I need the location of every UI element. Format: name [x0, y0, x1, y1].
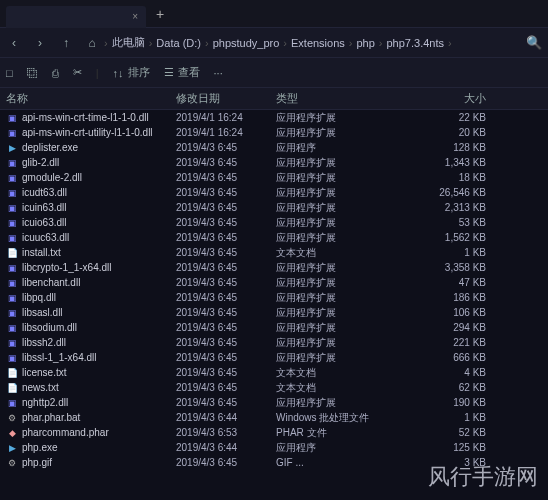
- crumb-4[interactable]: php: [356, 37, 374, 49]
- file-size: 3 KB: [406, 457, 486, 468]
- file-type: 应用程序扩展: [276, 231, 406, 245]
- file-name: install.txt: [22, 247, 176, 258]
- active-tab[interactable]: ×: [6, 6, 146, 28]
- file-row[interactable]: 📄news.txt2019/4/3 6:45文本文档62 KB: [0, 380, 548, 395]
- close-tab-icon[interactable]: ×: [132, 11, 138, 22]
- search-icon[interactable]: 🔍: [526, 35, 542, 50]
- new-tab-icon[interactable]: +: [156, 6, 164, 22]
- up-icon[interactable]: ↑: [58, 36, 74, 50]
- view-button[interactable]: ☰查看: [164, 65, 200, 80]
- file-name: libssl-1_1-x64.dll: [22, 352, 176, 363]
- file-size: 128 KB: [406, 142, 486, 153]
- file-date: 2019/4/3 6:45: [176, 457, 276, 468]
- header-size[interactable]: 大小: [406, 91, 486, 106]
- file-row[interactable]: ▣libssl-1_1-x64.dll2019/4/3 6:45应用程序扩展66…: [0, 350, 548, 365]
- file-icon: ▶: [6, 142, 18, 154]
- file-name: libenchant.dll: [22, 277, 176, 288]
- file-date: 2019/4/3 6:45: [176, 157, 276, 168]
- file-size: 4 KB: [406, 367, 486, 378]
- file-type: 应用程序扩展: [276, 171, 406, 185]
- file-size: 2,313 KB: [406, 202, 486, 213]
- file-row[interactable]: ⚙php.ini2024/7/22 16:13配置设置72 KB: [0, 470, 548, 472]
- file-type: 应用程序扩展: [276, 156, 406, 170]
- file-size: 1 KB: [406, 247, 486, 258]
- file-icon: ▣: [6, 187, 18, 199]
- sort-button[interactable]: ↑↓排序: [113, 65, 150, 80]
- file-row[interactable]: ▣api-ms-win-crt-utility-l1-1-0.dll2019/4…: [0, 125, 548, 140]
- breadcrumb-sep: ›: [104, 37, 108, 49]
- file-date: 2019/4/3 6:45: [176, 292, 276, 303]
- crumb-5[interactable]: php7.3.4nts: [387, 37, 445, 49]
- file-type: 配置设置: [276, 471, 406, 473]
- file-icon: ▣: [6, 277, 18, 289]
- file-row[interactable]: ▣icudt63.dll2019/4/3 6:45应用程序扩展26,546 KB: [0, 185, 548, 200]
- file-row[interactable]: ▶php.exe2019/4/3 6:44应用程序125 KB: [0, 440, 548, 455]
- more-button[interactable]: ···: [214, 67, 223, 79]
- file-name: libpq.dll: [22, 292, 176, 303]
- crumb-2[interactable]: phpstudy_pro: [213, 37, 280, 49]
- file-row[interactable]: ▣icuio63.dll2019/4/3 6:45应用程序扩展53 KB: [0, 215, 548, 230]
- file-row[interactable]: ▶deplister.exe2019/4/3 6:45应用程序128 KB: [0, 140, 548, 155]
- file-row[interactable]: ▣libenchant.dll2019/4/3 6:45应用程序扩展47 KB: [0, 275, 548, 290]
- crumb-drive[interactable]: Data (D:): [156, 37, 201, 49]
- file-row[interactable]: ▣icuin63.dll2019/4/3 6:45应用程序扩展2,313 KB: [0, 200, 548, 215]
- toolbar: □ ⿻ ⎙ ✂ | ↑↓排序 ☰查看 ···: [0, 58, 548, 88]
- file-row[interactable]: ⚙php.gif2019/4/3 6:45GIF ...3 KB: [0, 455, 548, 470]
- file-row[interactable]: ▣glib-2.dll2019/4/3 6:45应用程序扩展1,343 KB: [0, 155, 548, 170]
- file-icon: 📄: [6, 247, 18, 259]
- nav-bar: ‹ › ↑ ⌂ › 此电脑 › Data (D:) › phpstudy_pro…: [0, 28, 548, 58]
- file-size: 125 KB: [406, 442, 486, 453]
- file-row[interactable]: ▣libpq.dll2019/4/3 6:45应用程序扩展186 KB: [0, 290, 548, 305]
- file-row[interactable]: ▣libsodium.dll2019/4/3 6:45应用程序扩展294 KB: [0, 320, 548, 335]
- file-date: 2019/4/3 6:45: [176, 277, 276, 288]
- paste-button[interactable]: ⎙: [52, 67, 59, 79]
- home-icon[interactable]: ⌂: [84, 36, 100, 50]
- header-name[interactable]: 名称: [6, 91, 176, 106]
- file-list[interactable]: ▣api-ms-win-crt-time-l1-1-0.dll2019/4/1 …: [0, 110, 548, 472]
- view-icon: ☰: [164, 66, 174, 79]
- file-icon: ▣: [6, 307, 18, 319]
- file-row[interactable]: ▣libsasl.dll2019/4/3 6:45应用程序扩展106 KB: [0, 305, 548, 320]
- file-type: 应用程序扩展: [276, 201, 406, 215]
- file-name: api-ms-win-crt-utility-l1-1-0.dll: [22, 127, 176, 138]
- file-date: 2019/4/3 6:45: [176, 172, 276, 183]
- file-row[interactable]: 📄install.txt2019/4/3 6:45文本文档1 KB: [0, 245, 548, 260]
- crumb-3[interactable]: Extensions: [291, 37, 345, 49]
- file-date: 2019/4/1 16:24: [176, 127, 276, 138]
- cut-button[interactable]: ✂: [73, 66, 82, 79]
- file-name: php.exe: [22, 442, 176, 453]
- file-row[interactable]: ▣icuuc63.dll2019/4/3 6:45应用程序扩展1,562 KB: [0, 230, 548, 245]
- file-row[interactable]: ▣nghttp2.dll2019/4/3 6:45应用程序扩展190 KB: [0, 395, 548, 410]
- file-row[interactable]: ▣gmodule-2.dll2019/4/3 6:45应用程序扩展18 KB: [0, 170, 548, 185]
- file-name: nghttp2.dll: [22, 397, 176, 408]
- file-type: 应用程序扩展: [276, 396, 406, 410]
- file-icon: ⚙: [6, 412, 18, 424]
- file-name: icudt63.dll: [22, 187, 176, 198]
- file-row[interactable]: ▣libssh2.dll2019/4/3 6:45应用程序扩展221 KB: [0, 335, 548, 350]
- file-icon: ▣: [6, 202, 18, 214]
- back-icon[interactable]: ‹: [6, 36, 22, 50]
- header-type[interactable]: 类型: [276, 91, 406, 106]
- file-size: 22 KB: [406, 112, 486, 123]
- breadcrumb[interactable]: ⌂ › 此电脑 › Data (D:) › phpstudy_pro › Ext…: [84, 35, 516, 50]
- file-size: 62 KB: [406, 382, 486, 393]
- file-icon: ▣: [6, 292, 18, 304]
- file-icon: ⚙: [6, 472, 18, 473]
- file-date: 2019/4/3 6:45: [176, 337, 276, 348]
- file-name: license.txt: [22, 367, 176, 378]
- forward-icon[interactable]: ›: [32, 36, 48, 50]
- new-button[interactable]: □: [6, 67, 13, 79]
- file-name: icuuc63.dll: [22, 232, 176, 243]
- copy-button[interactable]: ⿻: [27, 67, 38, 79]
- file-row[interactable]: ⚙phar.phar.bat2019/4/3 6:44Windows 批处理文件…: [0, 410, 548, 425]
- header-date[interactable]: 修改日期: [176, 91, 276, 106]
- file-row[interactable]: ▣libcrypto-1_1-x64.dll2019/4/3 6:45应用程序扩…: [0, 260, 548, 275]
- file-icon: ▣: [6, 262, 18, 274]
- file-row[interactable]: 📄license.txt2019/4/3 6:45文本文档4 KB: [0, 365, 548, 380]
- file-size: 1 KB: [406, 412, 486, 423]
- crumb-pc[interactable]: 此电脑: [112, 35, 145, 50]
- file-row[interactable]: ▣api-ms-win-crt-time-l1-1-0.dll2019/4/1 …: [0, 110, 548, 125]
- file-row[interactable]: ◆pharcommand.phar2019/4/3 6:53PHAR 文件52 …: [0, 425, 548, 440]
- file-type: 应用程序扩展: [276, 321, 406, 335]
- file-type: GIF ...: [276, 457, 406, 468]
